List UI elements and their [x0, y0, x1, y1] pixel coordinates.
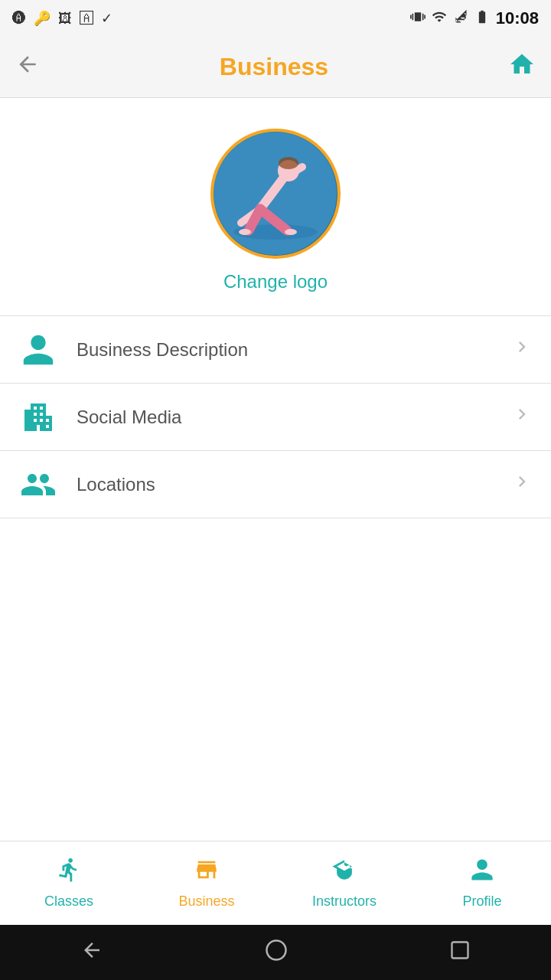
status-bar: 🅐 🔑 🖼 🄰 ✓ 10:08: [0, 0, 551, 37]
menu-list: Business Description Social Media: [0, 315, 551, 518]
business-nav-label: Business: [178, 893, 234, 910]
signal-off-icon: [453, 9, 468, 28]
chevron-right-icon-3: [511, 471, 533, 498]
business-nav-icon: [194, 857, 220, 889]
svg-rect-14: [452, 942, 468, 958]
nav-instructors[interactable]: Instructors: [276, 841, 413, 925]
bottom-nav: Classes Business Instructors Profile: [0, 841, 551, 925]
business-description-label: Business Description: [77, 339, 511, 361]
back-button[interactable]: [15, 52, 40, 83]
main-content: Change logo Business Description Social …: [0, 98, 551, 841]
instructors-label: Instructors: [312, 893, 377, 910]
business-logo: [210, 129, 341, 259]
nav-profile[interactable]: Profile: [413, 841, 551, 925]
key-icon: 🔑: [34, 10, 51, 27]
check-icon: ✓: [101, 10, 112, 27]
logo-section: Change logo: [210, 98, 341, 315]
amazon-icon: 🅐: [12, 11, 26, 27]
person-icon: [18, 330, 58, 370]
locations-item[interactable]: Locations: [0, 451, 551, 518]
status-bar-right: 10:08: [410, 8, 539, 28]
image-icon: 🖼: [58, 11, 72, 27]
social-media-label: Social Media: [77, 407, 511, 428]
svg-point-12: [285, 229, 297, 235]
group-icon: [18, 465, 58, 505]
android-nav: [0, 925, 551, 980]
business-description-item[interactable]: Business Description: [0, 316, 551, 384]
nav-business[interactable]: Business: [138, 841, 276, 925]
classes-icon: [56, 857, 82, 889]
building-icon: [18, 397, 58, 437]
home-button[interactable]: [508, 51, 536, 84]
amazon2-icon: 🄰: [80, 11, 93, 27]
back-nav-button[interactable]: [80, 939, 103, 967]
page-title: Business: [220, 53, 328, 81]
profile-label: Profile: [462, 893, 501, 910]
header: Business: [0, 37, 551, 98]
svg-point-13: [266, 940, 285, 959]
wifi-icon: [432, 9, 447, 28]
svg-point-8: [279, 157, 298, 169]
change-logo-button[interactable]: Change logo: [223, 271, 328, 292]
vibrate-icon: [410, 9, 425, 28]
profile-icon: [469, 857, 495, 889]
status-bar-left: 🅐 🔑 🖼 🄰 ✓: [12, 10, 112, 27]
locations-label: Locations: [77, 474, 511, 495]
battery-icon: [474, 9, 490, 28]
clock: 10:08: [496, 8, 539, 28]
nav-classes[interactable]: Classes: [0, 841, 138, 925]
chevron-right-icon: [511, 336, 533, 363]
logo-image: [214, 132, 337, 255]
classes-label: Classes: [44, 893, 93, 910]
recents-nav-button[interactable]: [449, 939, 471, 966]
social-media-item[interactable]: Social Media: [0, 384, 551, 451]
instructors-icon: [331, 857, 357, 889]
home-nav-button[interactable]: [265, 939, 288, 967]
svg-point-11: [239, 229, 251, 235]
chevron-right-icon-2: [511, 403, 533, 430]
